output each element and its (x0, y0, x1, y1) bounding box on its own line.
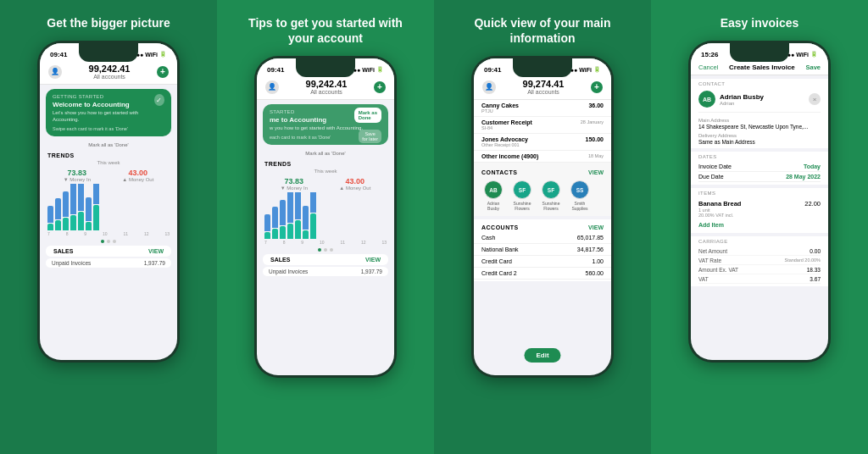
account-cc1: Credit Card 1.00 (474, 256, 611, 268)
pagination-dots-2 (257, 246, 394, 254)
pagination-dots-1 (40, 237, 177, 246)
panel-3-title: Quick view of your main information (462, 15, 623, 46)
panel-get-bigger-picture: Get the bigger picture 09:41 ●●● WiFi 🔋 … (0, 0, 217, 454)
panel-4-title: Easy invoices (721, 15, 799, 30)
panel-1-title: Get the bigger picture (47, 15, 170, 30)
vat-row: VAT 3.67 (698, 274, 821, 284)
user-icon-3[interactable]: 👤 (482, 80, 496, 94)
balance-display-3: 99,274.41 All accounts (496, 79, 591, 95)
invoice-row-2: Unpaid Invoices 1,937.79 (263, 267, 388, 276)
transactions-list: Canny Cakes PTJU 36.00 Customer Receipt … (474, 100, 611, 163)
getting-started-card-1: GETTING STARTED Welcome to Accounting Le… (46, 89, 171, 136)
user-icon-1[interactable]: 👤 (48, 65, 62, 79)
carriage-section: CARRIAGE Net Amount 0.00 VAT Rate Standa… (691, 236, 828, 286)
status-time-2: 09:41 (267, 66, 284, 74)
invoice-row-1: Unpaid Invoices 1,937.79 (46, 258, 171, 268)
bar-chart-2 (257, 192, 394, 239)
add-button-1[interactable]: + (157, 66, 169, 78)
sales-header-2: SALES VIEW (263, 254, 388, 265)
status-time-1: 09:41 (50, 51, 67, 58)
transaction-4: Other income (4900) 18 May (474, 151, 611, 163)
trends-values-1: 73.83 ▼ Money In 43.00 ▲ Money Out (40, 167, 177, 184)
status-time-3: 09:41 (484, 66, 501, 74)
vat-ex-row: Amount Ex. VAT 18.33 (698, 265, 821, 274)
account-cc2: Credit Card 2 560.00 (474, 268, 611, 280)
transaction-3: Jones Advocacy Other Receipt 001 150.00 (474, 134, 611, 151)
panel-2-title: Tips to get you started with your accoun… (245, 15, 406, 46)
trends-header-1: TRENDS (40, 149, 177, 160)
status-time-4: 15:26 (701, 51, 718, 58)
contact-sunshine-2[interactable]: SF Sunshine Flowers (539, 180, 563, 211)
transaction-2: Customer Receipt SI-84 28 January (474, 117, 611, 134)
contact-avatar: AB (698, 91, 715, 108)
edit-fab-button[interactable]: Edit (524, 348, 560, 363)
add-button-2[interactable]: + (374, 81, 386, 93)
account-national: National Bank 34,817.56 (474, 244, 611, 256)
phone-2: 09:41 ●●●WiFi🔋 👤 99,242.41 All accounts … (254, 56, 397, 378)
contacts-avatars: AB Adrian Busby SF Sunshine Flowers SF S… (474, 177, 611, 214)
phone-notch-2 (296, 58, 355, 77)
cancel-button[interactable]: Cancel (698, 64, 718, 71)
trends-header-2: TRENDS (257, 158, 394, 169)
panel-tips: Tips to get you started with your accoun… (217, 0, 434, 454)
contact-adrian[interactable]: AB Adrian Busby (481, 180, 505, 211)
sales-header-1: SALES VIEW (46, 246, 171, 257)
trends-values-2: 73.83 ▼ Money In 43.00 ▲ Money Out (257, 175, 394, 192)
phone-notch-4 (730, 43, 789, 62)
phone-1: 09:41 ●●● WiFi 🔋 👤 99,242.41 All account… (37, 41, 180, 363)
transaction-1: Canny Cakes PTJU 36.00 (474, 100, 611, 117)
phone-notch-3 (513, 58, 572, 77)
contact-row: AB Adrian Busby Adrian × (698, 89, 821, 109)
save-for-later-badge[interactable]: Savefor later (359, 130, 381, 143)
phone-notch-1 (79, 43, 138, 62)
phone-3: 09:41 ●●●WiFi🔋 👤 99,274.41 All accounts … (471, 56, 614, 378)
item-row: Banana Bread 1 unit 20.00% VAT incl. 22.… (698, 198, 821, 219)
chart-labels-2: 789 10111213 (257, 239, 394, 246)
net-amount-row: Net Amount 0.00 (698, 246, 821, 256)
save-button[interactable]: Save (805, 64, 821, 71)
add-button-3[interactable]: + (591, 81, 603, 93)
invoice-date-row: Invoice Date Today (698, 162, 821, 172)
contact-section: CONTACT AB Adrian Busby Adrian × Main Ad… (691, 79, 828, 148)
add-item-button[interactable]: Add Item (698, 219, 821, 230)
app-header-1: 👤 99,242.41 All accounts + (40, 60, 177, 85)
panel-quick-view: Quick view of your main information 09:4… (434, 0, 651, 454)
contact-smith[interactable]: SS Smith Supplies (568, 180, 592, 211)
panel-easy-invoices: Easy invoices 15:26 ●●●WiFi🔋 Cancel Crea… (651, 0, 868, 454)
dates-section: DATES Invoice Date Today Due Date 28 May… (691, 152, 828, 185)
balance-display-1: 99,242.41 All accounts (62, 64, 157, 80)
app-header-3: 👤 99,274.41 All accounts + (474, 75, 611, 100)
vat-rate-row: VAT Rate Standard 20.00% (698, 256, 821, 265)
bar-chart-1 (40, 184, 177, 230)
app-header-2: 👤 99,242.41 All accounts + (257, 75, 394, 100)
invoice-form-header: Cancel Create Sales Invoice Save (691, 60, 828, 75)
contacts-section: CONTACTS VIEW AB Adrian Busby SF Sunshin… (474, 163, 611, 216)
phone-4: 15:26 ●●●WiFi🔋 Cancel Create Sales Invoi… (688, 41, 831, 363)
balance-display-2: 99,242.41 All accounts (279, 79, 374, 95)
check-icon-1: ✓ (154, 94, 165, 106)
chart-labels-1: 789 10111213 (40, 230, 177, 237)
form-title: Create Sales Invoice (729, 64, 795, 71)
user-icon-2[interactable]: 👤 (265, 80, 279, 94)
accounts-section: ACCOUNTS VIEW Cash 65,017.85 National Ba… (474, 219, 611, 281)
remove-contact-button[interactable]: × (809, 93, 821, 105)
account-cash: Cash 65,017.85 (474, 232, 611, 244)
mark-as-done-badge[interactable]: Mark asDone (354, 108, 381, 123)
items-section: ITEMS Banana Bread 1 unit 20.00% VAT inc… (691, 188, 828, 233)
contact-sunshine-1[interactable]: SF Sunshine Flowers (510, 180, 534, 211)
due-date-row: Due Date 28 May 2022 (698, 172, 821, 182)
